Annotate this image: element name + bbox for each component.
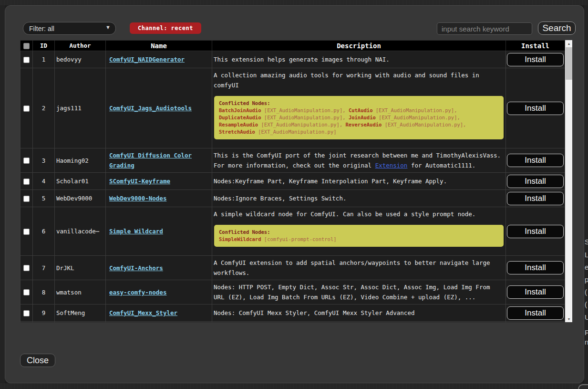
row-author: jags111 bbox=[55, 68, 106, 148]
row-id: 3 bbox=[33, 148, 55, 173]
conflict-node-file: [comfyui-prompt-control] bbox=[264, 236, 337, 242]
select-all-checkbox[interactable] bbox=[23, 43, 30, 49]
row-checkbox-cell bbox=[21, 190, 33, 207]
row-checkbox-cell bbox=[21, 280, 33, 305]
table-row: 9SoftMengComfyUI_Mexx_StylerNodes: Comfy… bbox=[21, 305, 565, 322]
conflict-node-file: [EXT_AudioManipulation.py] bbox=[376, 107, 454, 113]
row-author: wmatson bbox=[55, 280, 106, 305]
extension-name-link[interactable]: ComfyUI Diffusion Color Grading bbox=[109, 152, 192, 169]
row-description-cell: Nodes: HTTP POST, Empty Dict, Assoc Str,… bbox=[212, 280, 506, 305]
row-install-cell: Install bbox=[506, 173, 565, 190]
background-edge-letter: ( bbox=[585, 288, 587, 296]
table-row: 7DrJKLComfyUI-AnchorsA ComfyUI extension… bbox=[21, 256, 565, 280]
install-button[interactable]: Install bbox=[507, 285, 564, 299]
row-install-cell: Install bbox=[506, 148, 565, 173]
extension-name-link[interactable]: Simple Wildcard bbox=[109, 228, 163, 235]
scroll-down-arrow-icon[interactable]: ▼ bbox=[565, 315, 572, 322]
install-button[interactable]: Install bbox=[507, 102, 564, 115]
row-checkbox[interactable] bbox=[23, 179, 30, 185]
row-checkbox[interactable] bbox=[23, 196, 30, 202]
extension-name-link[interactable]: ComfyUI_NAIDGenerator bbox=[109, 56, 185, 63]
conflict-node-name: BatchJoinAudio bbox=[219, 107, 261, 113]
row-checkbox[interactable] bbox=[23, 229, 30, 235]
conflict-node-file: [EXT_AudioManipulation.py] bbox=[385, 122, 463, 127]
conflict-node-name: StretchAudio bbox=[219, 129, 255, 135]
table-row: 8wmatsoneasy-comfy-nodesNodes: HTTP POST… bbox=[21, 280, 565, 305]
background-edge-letter: L bbox=[585, 251, 588, 259]
search-input[interactable] bbox=[437, 22, 532, 35]
install-button[interactable]: Install bbox=[507, 154, 564, 167]
table-scrollbar[interactable]: ▲ ▼ bbox=[565, 40, 572, 322]
row-checkbox-cell bbox=[21, 148, 33, 173]
conflict-node-name: CutAudio bbox=[349, 107, 373, 113]
filter-dropdown[interactable]: Filter: all ▼ bbox=[23, 22, 116, 35]
install-button[interactable]: Install bbox=[507, 175, 564, 188]
row-install-cell: Install bbox=[506, 256, 565, 280]
conflict-node-name: JoinAudio bbox=[349, 115, 376, 120]
extension-name-link[interactable]: SComfyUI-Keyframe bbox=[109, 178, 170, 185]
row-name-cell: ComfyUI Yolov8 bbox=[106, 322, 212, 323]
search-button[interactable]: Search bbox=[538, 21, 576, 35]
conflict-node-name: SimpleWildcard bbox=[219, 236, 261, 242]
conflict-node-file: [EXT_AudioManipulation.py] bbox=[264, 115, 342, 120]
table-header-row: ID Author Name Description Install bbox=[21, 41, 565, 51]
extension-name-link[interactable]: WebDev9000-Nodes bbox=[109, 195, 166, 202]
header-name: Name bbox=[106, 41, 212, 51]
row-checkbox[interactable] bbox=[23, 265, 30, 271]
row-description-cell: Nodes:Ignore Braces, Settings Switch. bbox=[212, 190, 506, 207]
row-description: Nodes: HTTP POST, Empty Dict, Assoc Str,… bbox=[213, 281, 505, 303]
row-description-cell: A simple wildcard node for ComfyUI. Can … bbox=[212, 207, 506, 256]
background-edge-letter: ( bbox=[585, 300, 587, 308]
row-name-cell: ComfyUI_Mexx_Styler bbox=[106, 305, 212, 322]
row-checkbox[interactable] bbox=[23, 105, 30, 112]
row-author: zcfrank1st bbox=[55, 322, 106, 323]
toolbar: Filter: all ▼ Channel: recent Search bbox=[23, 21, 576, 37]
table-row: 6vanillacode⋯Simple WildcardA simple wil… bbox=[21, 207, 565, 256]
row-description-cell: This is the ComfyUI port of the joint re… bbox=[212, 148, 506, 173]
extension-name-link[interactable]: ComfyUI_Jags_Audiotools bbox=[109, 105, 192, 112]
row-description-cell: Nodes: ComfyUI Mexx Styler, ComfyUI Mexx… bbox=[212, 305, 506, 322]
row-id: 9 bbox=[33, 305, 55, 322]
row-checkbox[interactable] bbox=[23, 289, 30, 295]
row-author: Scholar01 bbox=[55, 173, 106, 190]
background-strip-left bbox=[0, 5, 5, 383]
install-button[interactable]: Install bbox=[507, 261, 564, 274]
channel-badge[interactable]: Channel: recent bbox=[130, 22, 201, 34]
install-button[interactable]: Install bbox=[507, 306, 564, 320]
table-row: 3Haoming02ComfyUI Diffusion Color Gradin… bbox=[21, 148, 565, 173]
row-checkbox-cell bbox=[21, 305, 33, 322]
scrollbar-thumb[interactable] bbox=[566, 47, 572, 80]
install-button[interactable]: Install bbox=[507, 53, 564, 66]
background-edge-letter: U bbox=[585, 313, 588, 321]
row-name-cell: Simple Wildcard bbox=[106, 207, 212, 256]
install-button[interactable]: Install bbox=[507, 192, 564, 205]
table-row: 5WebDev9000WebDev9000-NodesNodes:Ignore … bbox=[21, 190, 565, 207]
extensions-table: ID Author Name Description Install 1bedo… bbox=[20, 40, 565, 322]
description-link[interactable]: Extension bbox=[375, 162, 408, 169]
row-checkbox[interactable] bbox=[23, 57, 30, 63]
header-install: Install bbox=[506, 41, 565, 51]
background-canvas-strip-top bbox=[0, 0, 588, 5]
extension-name-link[interactable]: ComfyUI-Anchors bbox=[109, 264, 163, 272]
row-install-cell: Install bbox=[506, 51, 565, 68]
filter-select[interactable]: Filter: all bbox=[23, 22, 116, 35]
row-author: SoftMeng bbox=[55, 305, 106, 322]
row-description: Nodes: ComfyUI Mexx Styler, ComfyUI Mexx… bbox=[213, 307, 505, 319]
background-edge: SLep((UFn bbox=[585, 0, 588, 389]
row-checkbox-cell bbox=[21, 68, 33, 148]
row-description: Nodes:Ignore Braces, Settings Switch. bbox=[213, 192, 505, 204]
background-edge-letter: F bbox=[585, 328, 588, 336]
extension-name-link[interactable]: ComfyUI_Mexx_Styler bbox=[109, 309, 177, 316]
row-checkbox[interactable] bbox=[23, 310, 30, 316]
install-button[interactable]: Install bbox=[507, 225, 564, 238]
scroll-up-arrow-icon[interactable]: ▲ bbox=[565, 40, 572, 47]
row-checkbox-cell bbox=[21, 173, 33, 190]
row-id: 8 bbox=[33, 280, 55, 305]
row-checkbox[interactable] bbox=[23, 158, 30, 164]
row-author: bedovyy bbox=[55, 51, 106, 68]
extension-name-link[interactable]: easy-comfy-nodes bbox=[109, 289, 166, 296]
close-button[interactable]: Close bbox=[20, 354, 55, 367]
row-name-cell: ComfyUI Diffusion Color Grading bbox=[106, 148, 212, 173]
row-author: vanillacode⋯ bbox=[55, 207, 106, 256]
table-body: 1bedovyyComfyUI_NAIDGeneratorThis extens… bbox=[21, 51, 565, 323]
